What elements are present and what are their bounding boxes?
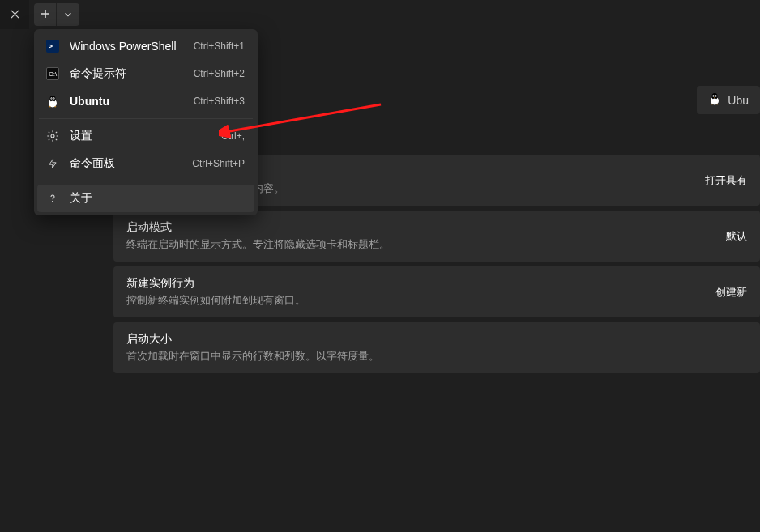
card-desc: 首次加载时在窗口中显示的行数和列数。以字符度量。	[126, 350, 731, 364]
svg-point-16	[715, 96, 716, 96]
default-profile-value: Ubu	[728, 94, 749, 107]
dropdown-item-shortcut: Ctrl+Shift+3	[194, 96, 245, 107]
dropdown-item-label: 命令提示符	[70, 66, 126, 81]
dropdown-item-shortcut: Ctrl+Shift+1	[194, 40, 245, 52]
dropdown-item-label: Windows PowerShell	[70, 40, 177, 53]
svg-point-5	[51, 98, 52, 99]
setting-card-launch-size[interactable]: 启动大小 首次加载时在窗口中显示的行数和列数。以字符度量。	[113, 322, 760, 373]
svg-point-2	[50, 101, 55, 107]
dropdown-item-label: Ubuntu	[70, 95, 109, 108]
dropdown-item-shortcut: Ctrl+,	[221, 130, 245, 142]
dropdown-item-command-palette[interactable]: 命令面板 Ctrl+Shift+P	[37, 150, 254, 177]
setting-card-launch-mode[interactable]: 启动模式 终端在启动时的显示方式。专注将隐藏选项卡和标题栏。 默认	[113, 211, 760, 262]
svg-point-15	[714, 96, 715, 96]
close-icon	[11, 8, 19, 21]
dropdown-item-shortcut: Ctrl+Shift+P	[192, 158, 245, 169]
lightning-icon	[45, 156, 60, 171]
svg-point-12	[712, 99, 717, 104]
new-tab-dropdown-menu: >_ Windows PowerShell Ctrl+Shift+1 C:\ 命…	[34, 29, 258, 215]
dropdown-item-ubuntu[interactable]: Ubuntu Ctrl+Shift+3	[37, 87, 254, 115]
card-title: 启动大小	[126, 332, 731, 347]
card-value: 创建新	[715, 285, 747, 300]
card-value: 打开具有	[705, 173, 747, 188]
svg-point-6	[53, 98, 54, 99]
card-title: 新建实例行为	[126, 276, 699, 291]
cmd-icon: C:\	[45, 66, 60, 81]
dropdown-separator	[39, 118, 253, 119]
card-title: 启动模式	[126, 220, 710, 235]
plus-icon	[41, 8, 50, 21]
dropdown-item-label: 命令面板	[70, 156, 115, 171]
gear-icon	[45, 129, 60, 143]
new-tab-dropdown-button[interactable]	[57, 3, 79, 26]
default-profile-selector[interactable]: Ubu	[697, 86, 760, 114]
new-tab-split-button	[34, 3, 79, 26]
new-tab-button[interactable]	[34, 3, 57, 26]
svg-point-8	[52, 201, 53, 202]
tux-icon	[45, 94, 60, 109]
card-text: 启动大小 首次加载时在窗口中显示的行数和列数。以字符度量。	[126, 332, 731, 364]
svg-point-7	[51, 134, 54, 138]
card-desc: 终端在启动时的显示方式。专注将隐藏选项卡和标题栏。	[126, 238, 710, 252]
card-desc: 控制新终端实例如何附加到现有窗口。	[126, 294, 699, 308]
card-text: 新建实例行为 控制新终端实例如何附加到现有窗口。	[126, 276, 699, 308]
dropdown-separator	[39, 181, 253, 181]
dropdown-item-cmd[interactable]: C:\ 命令提示符 Ctrl+Shift+2	[37, 60, 254, 87]
question-icon	[45, 191, 60, 206]
title-bar	[0, 0, 760, 29]
dropdown-item-label: 关于	[70, 191, 92, 206]
card-text: 启动模式 终端在启动时的显示方式。专注将隐藏选项卡和标题栏。	[126, 220, 710, 252]
dropdown-item-powershell[interactable]: >_ Windows PowerShell Ctrl+Shift+1	[37, 32, 254, 60]
dropdown-item-shortcut: Ctrl+Shift+2	[194, 68, 245, 79]
setting-card-new-instance[interactable]: 新建实例行为 控制新终端实例如何附加到现有窗口。 创建新	[113, 266, 760, 317]
chevron-down-icon	[64, 8, 72, 21]
dropdown-item-label: 设置	[70, 129, 92, 143]
dropdown-item-settings[interactable]: 设置 Ctrl+,	[37, 122, 254, 150]
powershell-icon: >_	[45, 39, 60, 53]
card-value: 默认	[726, 229, 747, 244]
tux-icon	[708, 92, 721, 108]
dropdown-item-about[interactable]: 关于	[37, 185, 254, 212]
close-tab-button[interactable]	[0, 0, 29, 29]
